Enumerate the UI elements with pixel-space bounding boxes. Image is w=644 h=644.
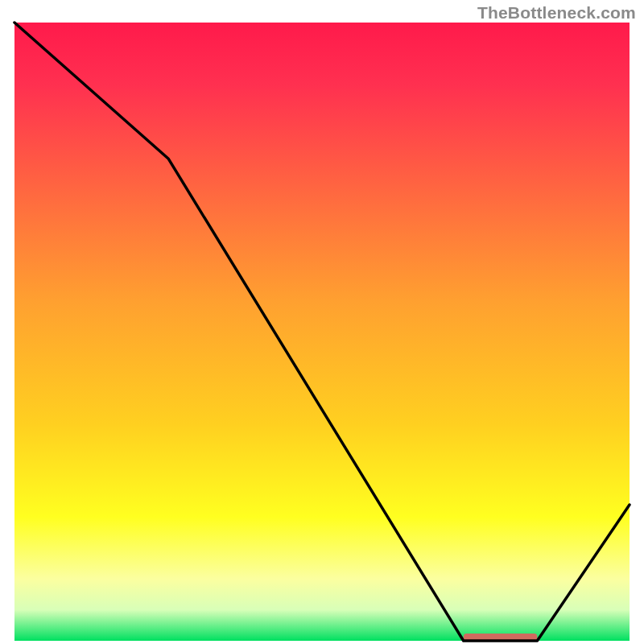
gradient-background <box>14 23 630 641</box>
bottleneck-chart <box>0 0 644 644</box>
chart-stage: TheBottleneck.com <box>0 0 644 644</box>
watermark-label: TheBottleneck.com <box>477 3 636 23</box>
